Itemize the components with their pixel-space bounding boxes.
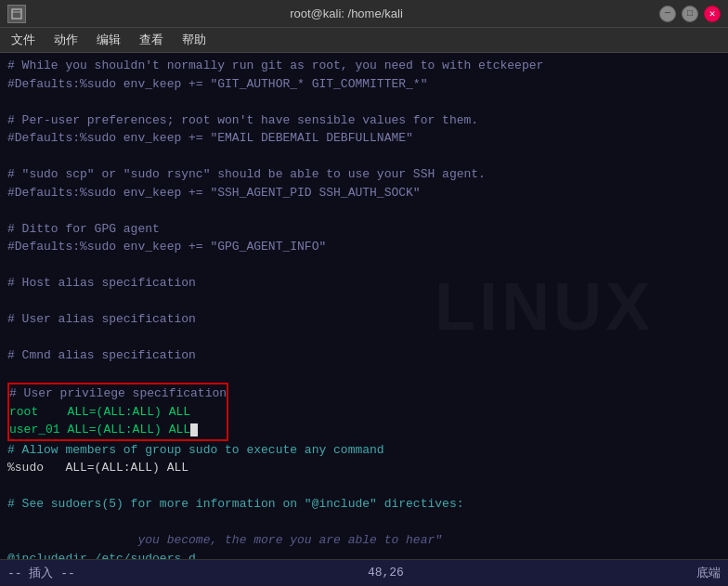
minimize-button[interactable]: ─ bbox=[659, 6, 676, 22]
line-19: # User privilege specification bbox=[9, 384, 227, 403]
menu-help[interactable]: 帮助 bbox=[178, 30, 210, 50]
line-13: # Host alias specification bbox=[7, 274, 721, 293]
menu-bar: 文件 动作 编辑 查看 帮助 bbox=[0, 28, 728, 53]
close-button[interactable]: ✕ bbox=[704, 6, 721, 22]
line-8: #Defaults:%sudo env_keep += "SSH_AGENT_P… bbox=[7, 184, 721, 202]
line-14 bbox=[7, 293, 721, 311]
line-9 bbox=[7, 202, 721, 220]
vim-mode: -- 插入 -- bbox=[7, 565, 75, 581]
line-4: # Per-user preferences; root won't have … bbox=[7, 111, 721, 130]
line-16 bbox=[7, 329, 721, 347]
line-18 bbox=[7, 365, 721, 384]
line-2: #Defaults:%sudo env_keep += "GIT_AUTHOR_… bbox=[7, 75, 721, 94]
line-17: # Cmnd alias specification bbox=[7, 346, 721, 365]
scroll-position: 底端 bbox=[696, 565, 721, 581]
line-20: root ALL=(ALL:ALL) ALL bbox=[9, 403, 227, 422]
line-7: # "sudo scp" or "sudo rsync" should be a… bbox=[7, 165, 721, 184]
menu-action[interactable]: 动作 bbox=[50, 30, 82, 50]
svg-rect-0 bbox=[12, 9, 21, 19]
line-11: #Defaults:%sudo env_keep += "GPG_AGENT_I… bbox=[7, 238, 721, 256]
line-24 bbox=[7, 477, 721, 496]
line-28: @includedir /etc/sudoers.d bbox=[7, 550, 721, 560]
line-15: # User alias specification bbox=[7, 310, 721, 329]
line-27: you become, the more you are able to hea… bbox=[7, 531, 721, 550]
menu-edit[interactable]: 编辑 bbox=[93, 30, 124, 50]
window-controls: ─ □ ✕ bbox=[659, 6, 721, 22]
terminal-content[interactable]: LINUX # While you shouldn't normally run… bbox=[0, 53, 728, 559]
line-10: # Ditto for GPG agent bbox=[7, 220, 721, 239]
privilege-box: # User privilege specification root ALL=… bbox=[7, 383, 228, 441]
maximize-button[interactable]: □ bbox=[682, 6, 698, 22]
cursor-position: 48,26 bbox=[368, 566, 404, 579]
line-6 bbox=[7, 148, 721, 166]
line-1: # While you shouldn't normally run git a… bbox=[7, 57, 721, 75]
menu-file[interactable]: 文件 bbox=[7, 30, 39, 50]
line-26 bbox=[7, 514, 721, 532]
line-25: # See sudoers(5) for more information on… bbox=[7, 495, 721, 514]
menu-view[interactable]: 查看 bbox=[136, 30, 167, 50]
line-21: user_01 ALL=(ALL:ALL) ALL bbox=[9, 421, 227, 439]
status-bar: -- 插入 -- 48,26 底端 bbox=[0, 559, 728, 585]
window-title: root@kali: /home/kali bbox=[33, 7, 659, 20]
line-12 bbox=[7, 256, 721, 275]
line-3 bbox=[7, 93, 721, 111]
title-bar: root@kali: /home/kali ─ □ ✕ bbox=[0, 0, 728, 28]
window-icon bbox=[7, 5, 26, 23]
line-5: #Defaults:%sudo env_keep += "EMAIL DEBEM… bbox=[7, 129, 721, 148]
line-22: # Allow members of group sudo to execute… bbox=[7, 441, 721, 460]
line-23: %sudo ALL=(ALL:ALL) ALL bbox=[7, 459, 721, 477]
